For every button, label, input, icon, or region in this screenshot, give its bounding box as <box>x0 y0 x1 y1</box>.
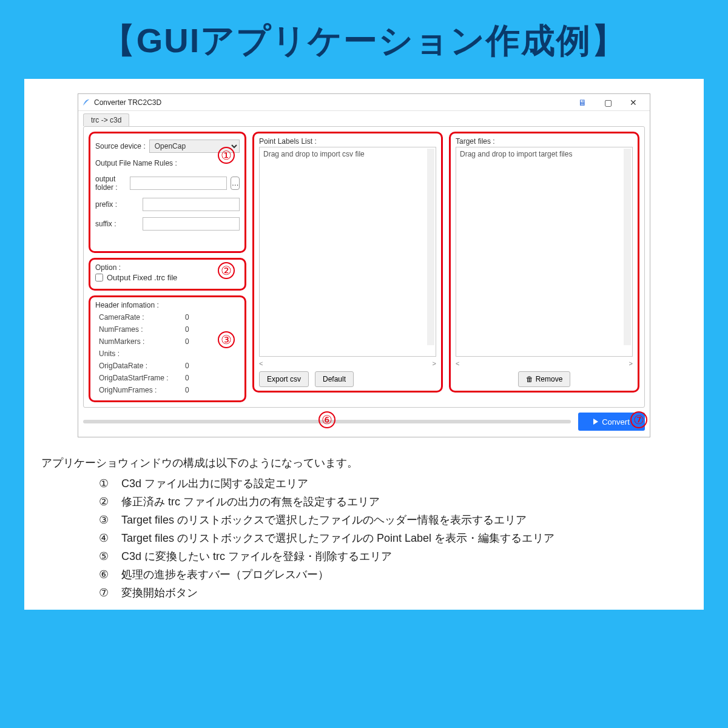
source-device-select[interactable]: OpenCap <box>149 140 240 153</box>
app-icon <box>82 98 90 107</box>
legend-list: ①C3d ファイル出力に関する設定エリア ②修正済み trc ファイルの出力の有… <box>41 476 687 600</box>
settings-area: ① Source device : OpenCap Output File Na… <box>89 132 246 253</box>
tab-trc-c3d[interactable]: trc -> c3d <box>83 113 129 126</box>
app-body: ① Source device : OpenCap Output File Na… <box>83 126 645 408</box>
header-info-area: ③ Header infomation : CameraRate :0 NumF… <box>89 295 246 402</box>
play-icon <box>593 419 598 425</box>
app-window: Converter TRC2C3D 🖥 ▢ ✕ trc -> c3d ① Sou… <box>78 93 650 437</box>
suffix-input[interactable] <box>143 217 240 231</box>
default-button[interactable]: Default <box>315 371 354 387</box>
table-row: OrigDataStartFrame :0 <box>96 372 238 383</box>
target-files-placeholder: Drag and drop to import target files <box>460 150 572 158</box>
point-labels-legend: Point Labels List : <box>259 137 436 146</box>
export-csv-button[interactable]: Export csv <box>259 371 309 387</box>
browse-button[interactable]: … <box>231 177 240 190</box>
content-panel: Converter TRC2C3D 🖥 ▢ ✕ trc -> c3d ① Sou… <box>24 79 704 610</box>
list-item: ⑥処理の進捗を表すバー（プログレスバー） <box>96 567 687 582</box>
output-folder-label: output folder : <box>95 175 126 192</box>
scroll-left-icon[interactable]: < <box>456 360 459 367</box>
point-labels-placeholder: Drag and drop to import csv file <box>263 150 365 158</box>
maximize-icon[interactable]: ▢ <box>595 98 621 107</box>
list-item: ⑤C3d に変換したい trc ファイルを登録・削除するエリア <box>96 549 687 564</box>
scroll-left-icon[interactable]: < <box>259 360 263 367</box>
tab-strip: trc -> c3d <box>78 111 650 126</box>
description-intro: アプリケーショウィンドウの構成は以下のようになっています。 <box>41 456 687 470</box>
convert-button[interactable]: Convert <box>578 413 645 431</box>
page-title: 【GUIアプリケーション作成例】 <box>0 0 728 79</box>
scrollbar-vertical[interactable] <box>427 149 434 345</box>
bottom-bar: ⑥ Convert ⑦ <box>83 413 645 431</box>
output-fixed-checkbox[interactable] <box>95 274 103 281</box>
suffix-label: suffix : <box>95 220 139 228</box>
source-device-label: Source device : <box>95 142 146 150</box>
remove-button[interactable]: 🗑 Remove <box>518 371 571 387</box>
list-item: ④Target files のリストボックスで選択したファイルの Point L… <box>96 531 687 545</box>
output-fixed-label: Output Fixed .trc file <box>107 273 177 282</box>
header-table: CameraRate :0 NumFrames :0 NumMarkers :0… <box>95 311 240 397</box>
table-row: Units : <box>96 348 238 359</box>
prefix-label: prefix : <box>95 200 139 209</box>
table-row: OrigDataRate :0 <box>96 360 238 371</box>
description: アプリケーショウィンドウの構成は以下のようになっています。 ①C3d ファイル出… <box>41 448 687 600</box>
table-row: NumMarkers :0 <box>96 336 238 347</box>
option-area: ② Option : Output Fixed .trc file <box>89 258 246 291</box>
output-fixed-checkbox-row[interactable]: Output Fixed .trc file <box>95 273 240 282</box>
target-files-listbox[interactable]: Drag and drop to import target files <box>456 147 633 357</box>
point-labels-area: ④ Point Labels List : Drag and drop to i… <box>252 132 443 393</box>
list-item: ②修正済み trc ファイルの出力の有無を設定するエリア <box>96 494 687 509</box>
progress-bar: ⑥ <box>83 420 571 423</box>
table-row: NumFrames :0 <box>96 324 238 335</box>
scrollbar-horizontal[interactable]: < > <box>456 359 633 368</box>
scrollbar-horizontal[interactable]: < > <box>259 359 436 368</box>
table-row: CameraRate :0 <box>96 312 238 323</box>
list-item: ③Target files のリストボックスで選択したファイルのヘッダー情報を表… <box>96 513 687 527</box>
rules-legend: Output File Name Rules : <box>95 159 240 167</box>
annotation-6: ⑥ <box>318 411 335 428</box>
trash-icon: 🗑 <box>526 375 533 383</box>
table-row: OrigNumFrames :0 <box>96 385 238 396</box>
list-item: ①C3d ファイル出力に関する設定エリア <box>96 476 687 491</box>
scrollbar-vertical[interactable] <box>624 149 631 345</box>
list-item: ⑦変換開始ボタン <box>96 585 687 600</box>
target-files-area: ⑤ Target files : Drag and drop to import… <box>449 132 639 393</box>
titlebar: Converter TRC2C3D 🖥 ▢ ✕ <box>78 94 650 111</box>
monitor-icon[interactable]: 🖥 <box>570 98 595 107</box>
window-title: Converter TRC2C3D <box>94 98 161 107</box>
close-icon[interactable]: ✕ <box>621 98 646 107</box>
output-folder-input[interactable] <box>130 177 227 190</box>
scroll-right-icon[interactable]: > <box>433 360 436 367</box>
option-legend: Option : <box>95 263 240 272</box>
prefix-input[interactable] <box>143 198 240 211</box>
header-legend: Header infomation : <box>95 301 240 309</box>
scroll-right-icon[interactable]: > <box>629 360 633 367</box>
target-files-legend: Target files : <box>456 137 633 146</box>
point-labels-listbox[interactable]: Drag and drop to import csv file <box>259 147 436 357</box>
